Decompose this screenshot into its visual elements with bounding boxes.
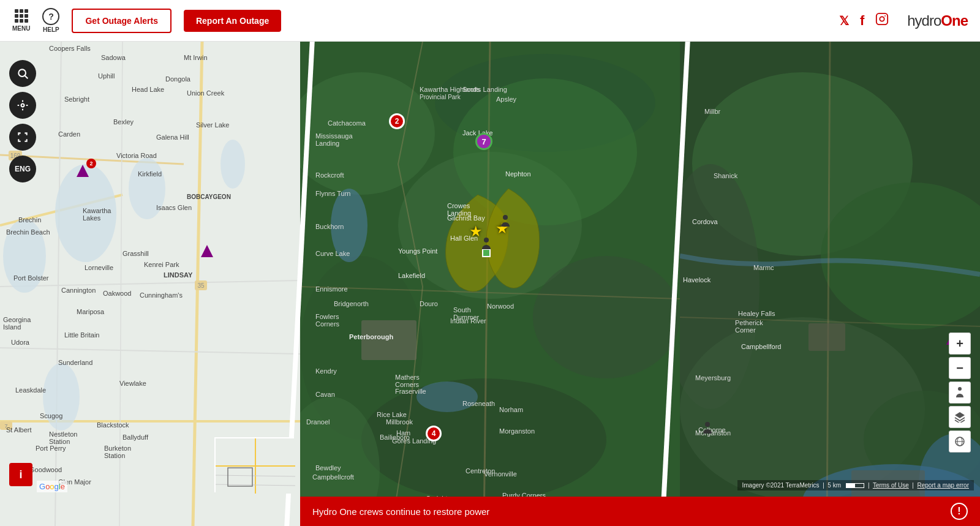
hydro-one-logo: hydro One (907, 12, 968, 29)
svg-line-8 (0, 280, 300, 287)
svg-point-57 (705, 422, 710, 427)
map-panel-left[interactable]: 169 47 35 7 Coopers Falls Sadowa Mt Irwi… (0, 42, 300, 526)
satellite-map-right: Millbr Shanick Cordova Marmc Havelock He… (680, 42, 980, 526)
bottom-banner: Hydro One crews continue to restore powe… (300, 497, 980, 526)
header: MENU ? HELP Get Outage Alerts Report An … (0, 0, 980, 42)
svg-rect-55 (809, 323, 845, 351)
scale-label: 5 km (827, 482, 841, 489)
marker-triangle-left-2[interactable] (201, 245, 213, 257)
svg-point-38 (533, 256, 680, 378)
report-outage-button[interactable]: Report An Outage (184, 10, 281, 32)
svg-line-25 (25, 76, 28, 79)
svg-point-13 (221, 140, 245, 189)
map-panel-right[interactable]: Millbr Shanick Cordova Marmc Havelock He… (680, 42, 980, 526)
marker-person-1-mid[interactable] (481, 237, 492, 253)
facebook-icon[interactable]: f (860, 13, 864, 29)
map-panel-mid[interactable]: Kawartha HighlandsProvincial Park Scotts… (300, 42, 680, 526)
map-container[interactable]: 169 47 35 7 Coopers Falls Sadowa Mt Irwi… (0, 42, 980, 526)
twitter-icon[interactable]: 𝕏 (839, 13, 849, 28)
location-button[interactable] (9, 92, 36, 119)
marker-circle-4-mid[interactable]: 4 (426, 426, 442, 441)
zoom-out-button[interactable]: − (949, 357, 971, 379)
svg-point-46 (503, 215, 508, 220)
svg-point-14 (3, 219, 46, 293)
report-map-error-link[interactable]: Report a map error (918, 482, 969, 489)
pegman-button[interactable] (949, 381, 971, 404)
layers-button[interactable] (949, 406, 971, 428)
svg-point-58 (958, 387, 962, 391)
svg-line-9 (0, 348, 300, 354)
svg-point-42 (417, 381, 478, 412)
svg-point-2 (884, 15, 886, 17)
header-left: MENU ? HELP Get Outage Alerts Report An … (12, 8, 281, 33)
inset-map (214, 437, 294, 492)
fullscreen-button[interactable] (9, 124, 36, 151)
search-button[interactable] (9, 60, 36, 87)
attribution-bar: Imagery ©2021 TerraMetrics | 5 km | Term… (737, 480, 974, 490)
help-button[interactable]: ? HELP (42, 8, 59, 33)
logo-hydro-text: hydro (907, 12, 941, 29)
social-icons: 𝕏 f (839, 12, 889, 29)
menu-button[interactable]: MENU (12, 9, 30, 32)
zoom-in-button[interactable]: + (949, 333, 971, 355)
imagery-credit: Imagery ©2021 TerraMetrics (742, 482, 820, 489)
scale-bar-visual (846, 483, 864, 488)
google-logo: Google (37, 481, 67, 492)
svg-text:35: 35 (197, 282, 205, 289)
svg-line-7 (55, 42, 61, 526)
language-button[interactable]: ENG (9, 156, 36, 182)
get-outage-alerts-button[interactable]: Get Outage Alerts (72, 9, 172, 33)
map-controls: ENG (9, 60, 36, 182)
menu-label: MENU (12, 25, 30, 32)
marker-person-right[interactable] (702, 421, 713, 437)
svg-point-15 (43, 363, 80, 430)
banner-alert-icon[interactable]: ! (951, 503, 968, 520)
logo-one-text: One (941, 12, 968, 29)
svg-point-45 (484, 238, 489, 242)
zoom-controls: + − (949, 333, 971, 453)
svg-point-24 (18, 69, 26, 77)
marker-person-2-mid[interactable] (500, 214, 511, 230)
help-label: HELP (43, 26, 59, 33)
help-icon: ? (42, 8, 59, 25)
svg-point-26 (21, 104, 24, 107)
instagram-icon[interactable] (875, 12, 889, 29)
banner-text: Hydro One crews continue to restore powe… (312, 506, 951, 517)
marker-triangle-badge-left[interactable]: 2 (77, 165, 89, 179)
satellite-map-mid: Kawartha HighlandsProvincial Park Scotts… (300, 42, 680, 526)
svg-point-41 (331, 189, 368, 262)
svg-rect-43 (361, 320, 417, 360)
svg-rect-0 (876, 13, 888, 24)
terms-of-use-link[interactable]: Terms of Use (873, 482, 909, 489)
info-button[interactable]: i (9, 463, 32, 486)
marker-circle-2-mid[interactable]: 2 (389, 113, 405, 129)
globe-button[interactable] (949, 430, 971, 453)
grid-icon (15, 9, 28, 23)
marker-circle-7-mid[interactable]: 7 (475, 133, 492, 150)
svg-text:7: 7 (4, 423, 7, 429)
svg-point-1 (880, 17, 884, 21)
svg-point-12 (129, 158, 165, 219)
